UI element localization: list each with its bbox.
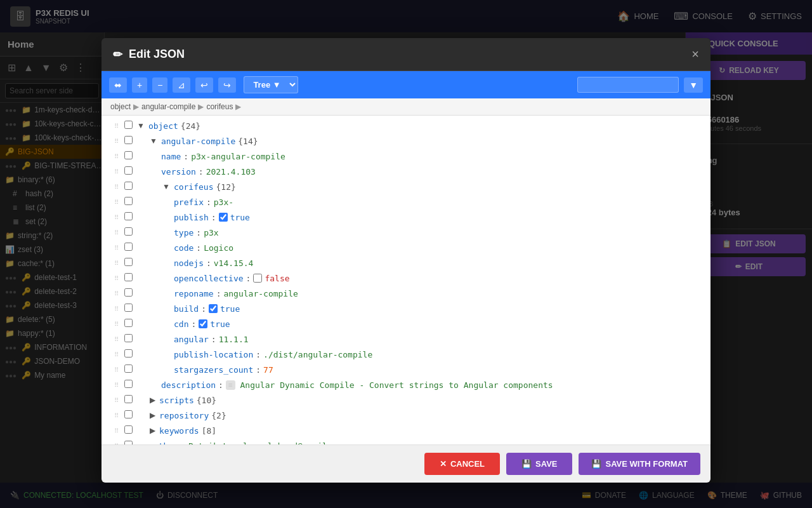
drag-handle[interactable]: ⠿	[114, 305, 124, 312]
row-checkbox[interactable]	[124, 166, 133, 175]
row-checkbox[interactable]	[124, 212, 133, 220]
row-checkbox[interactable]	[124, 151, 133, 159]
json-colon: :	[196, 228, 201, 237]
expand-button[interactable]: ▼	[161, 182, 171, 191]
drag-handle[interactable]: ⠿	[114, 244, 124, 251]
drag-handle[interactable]: ⠿	[114, 351, 124, 358]
row-checkbox[interactable]	[124, 395, 133, 403]
drag-handle[interactable]: ⠿	[114, 275, 124, 282]
expand-all-btn[interactable]: +	[132, 77, 147, 93]
row-checkbox[interactable]	[124, 334, 133, 342]
drag-handle[interactable]: ⠿	[114, 153, 124, 160]
row-checkbox[interactable]	[124, 136, 133, 144]
bool-checkbox-opencollective[interactable]	[253, 274, 262, 283]
redo-btn[interactable]: ↪	[218, 77, 236, 93]
drag-handle[interactable]: ⠿	[114, 397, 124, 404]
row-checkbox[interactable]	[124, 319, 133, 327]
modal-header: ✏ Edit JSON ×	[102, 38, 710, 71]
row-checkbox[interactable]	[124, 410, 133, 418]
json-brace: [8]	[202, 426, 216, 436]
row-checkbox[interactable]	[124, 243, 133, 251]
row-content: ▼ angular-compile {14}	[136, 137, 710, 146]
row-checkbox[interactable]	[124, 182, 133, 190]
drag-handle[interactable]: ⠿	[114, 290, 124, 297]
search-dropdown-btn[interactable]: ▼	[684, 77, 703, 93]
json-tree: ⠿ ▼ object {24} ⠿ ▼ angular-compile {14}	[102, 116, 710, 444]
table-row: ⠿ opencollective : false	[102, 271, 710, 286]
long-text-icon: ≡	[226, 380, 235, 390]
expand-button[interactable]: ▼	[136, 121, 146, 130]
expand-button[interactable]: ▶	[148, 426, 157, 435]
row-content: ▼ object {24}	[136, 121, 710, 131]
row-checkbox[interactable]	[124, 364, 133, 373]
json-brace: {14}	[238, 137, 258, 146]
collapse-all-btn[interactable]: −	[152, 77, 167, 93]
json-colon: :	[206, 197, 211, 207]
undo-btn[interactable]: ↩	[195, 77, 213, 93]
table-row: ⠿ author : Patrik Laszlo <alabard@gmail.…	[102, 438, 710, 444]
drag-handle[interactable]: ⠿	[114, 123, 124, 130]
bool-checkbox-publish[interactable]	[219, 213, 228, 222]
row-checkbox-container	[124, 425, 136, 436]
expand-button[interactable]: ▶	[148, 396, 157, 404]
row-checkbox[interactable]	[124, 121, 133, 129]
modal-title-group: ✏ Edit JSON	[113, 48, 185, 62]
modal-close-button[interactable]: ×	[691, 47, 699, 62]
drag-handle[interactable]: ⠿	[114, 199, 124, 206]
row-checkbox[interactable]	[124, 349, 133, 358]
json-value: Logico	[204, 243, 233, 253]
drag-handle[interactable]: ⠿	[114, 260, 124, 267]
drag-handle[interactable]: ⠿	[114, 412, 124, 419]
drag-handle[interactable]: ⠿	[114, 321, 124, 328]
drag-handle[interactable]: ⠿	[114, 168, 124, 175]
filter-btn[interactable]: ⊿	[173, 77, 190, 93]
save-with-format-button[interactable]: 💾 SAVE WITH FORMAT	[579, 453, 700, 475]
table-row: ⠿ ▼ object {24}	[102, 118, 710, 133]
json-key: angular-compile	[161, 137, 235, 146]
breadcrumb-object: object	[110, 102, 131, 111]
modal-title-text: Edit JSON	[129, 48, 185, 61]
row-checkbox[interactable]	[124, 197, 133, 205]
drag-handle[interactable]: ⠿	[114, 138, 124, 145]
json-colon: :	[191, 319, 196, 329]
breadcrumb-angular-compile: angular-compile	[141, 102, 195, 111]
row-checkbox[interactable]	[124, 425, 133, 434]
breadcrumb-sep-2: ▶	[198, 102, 204, 111]
cancel-button[interactable]: ✕ CANCEL	[424, 453, 500, 475]
json-search-input[interactable]	[577, 77, 679, 93]
view-mode-select[interactable]: Tree ▼	[244, 76, 298, 93]
row-checkbox[interactable]	[124, 288, 133, 297]
cancel-label: CANCEL	[450, 459, 485, 469]
row-checkbox-container	[124, 212, 136, 222]
drag-handle[interactable]: ⠿	[114, 382, 124, 389]
row-checkbox-container	[124, 151, 136, 161]
save-format-icon: 💾	[591, 459, 601, 469]
drag-handle[interactable]: ⠿	[114, 229, 124, 236]
row-content: prefix : p3x-	[136, 197, 710, 207]
save-button[interactable]: 💾 SAVE	[506, 453, 572, 475]
row-checkbox[interactable]	[124, 380, 133, 388]
json-key: description	[161, 380, 216, 390]
json-value: p3x-angular-compile	[191, 152, 285, 161]
json-key: build	[174, 304, 199, 314]
table-row: ⠿ angular : 11.1.1	[102, 331, 710, 347]
drag-handle[interactable]: ⠿	[114, 336, 124, 343]
bool-checkbox-build[interactable]	[209, 304, 218, 313]
drag-handle[interactable]: ⠿	[114, 184, 124, 190]
row-checkbox[interactable]	[124, 227, 133, 236]
drag-handle[interactable]: ⠿	[114, 214, 124, 221]
row-checkbox[interactable]	[124, 258, 133, 266]
drag-handle[interactable]: ⠿	[114, 427, 124, 434]
row-checkbox[interactable]	[124, 304, 133, 312]
row-content: ▶ repository {2}	[136, 411, 710, 420]
bool-checkbox-cdn[interactable]	[199, 319, 207, 328]
expand-button[interactable]: ▼	[148, 137, 159, 145]
expand-button[interactable]: ▶	[148, 411, 157, 420]
row-checkbox[interactable]	[124, 273, 133, 281]
drag-handle[interactable]: ⠿	[114, 366, 124, 373]
json-key: name	[161, 152, 181, 161]
json-value: true	[230, 213, 250, 222]
row-checkbox-container	[124, 410, 136, 420]
json-colon: :	[183, 152, 188, 161]
flatten-btn[interactable]: ⬌	[109, 77, 127, 93]
